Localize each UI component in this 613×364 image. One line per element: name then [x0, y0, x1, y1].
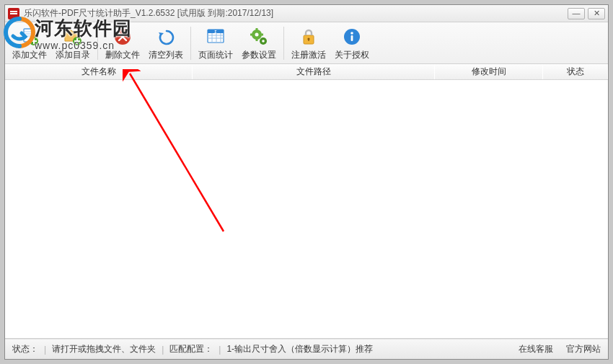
- add-folder-button[interactable]: 添加目录: [51, 24, 94, 63]
- register-label: 注册激活: [291, 49, 326, 61]
- clear-list-button[interactable]: 清空列表: [144, 24, 188, 63]
- statusbar-separator: |: [219, 345, 221, 355]
- table-body[interactable]: [5, 80, 608, 339]
- settings-label: 参数设置: [242, 49, 276, 61]
- toolbar: 添加文件 添加目录 删除文件: [5, 22, 608, 64]
- delete-file-label: 删除文件: [105, 49, 140, 61]
- svg-rect-10: [256, 38, 258, 41]
- svg-point-19: [350, 32, 353, 35]
- statusbar-separator: |: [162, 345, 164, 355]
- svg-rect-20: [351, 35, 353, 41]
- delete-icon: [112, 26, 133, 48]
- app-window: 乐闪软件-PDF尺寸统计助手_V1.2.6532 [试用版 到期:2017/12…: [4, 4, 609, 360]
- file-plus-icon: [19, 26, 40, 48]
- svg-rect-17: [308, 39, 309, 41]
- stats-icon: Σ: [205, 26, 226, 48]
- table-header: 文件名称 文件路径 修改时间 状态: [5, 64, 608, 80]
- svg-rect-9: [256, 28, 258, 31]
- gear-icon: [248, 26, 270, 48]
- column-header-path[interactable]: 文件路径: [193, 64, 435, 79]
- status-hint: 请打开或拖拽文件、文件夹: [52, 343, 156, 355]
- lock-icon: [298, 26, 319, 48]
- statusbar: 状态： | 请打开或拖拽文件、文件夹 | 匹配配置： | 1-输出尺寸舍入（倍数…: [5, 339, 608, 359]
- add-file-button[interactable]: 添加文件: [8, 24, 51, 63]
- folder-plus-icon: [62, 26, 84, 48]
- svg-point-14: [262, 40, 265, 43]
- svg-rect-11: [250, 34, 253, 36]
- column-header-status[interactable]: 状态: [543, 64, 608, 79]
- clear-list-label: 清空列表: [149, 49, 183, 61]
- toolbar-separator: [190, 27, 191, 60]
- close-button[interactable]: ✕: [588, 8, 605, 19]
- register-button[interactable]: 注册激活: [287, 24, 330, 63]
- page-stats-button[interactable]: Σ 页面统计: [194, 24, 237, 63]
- column-header-mtime[interactable]: 修改时间: [435, 64, 543, 79]
- svg-point-8: [255, 33, 259, 37]
- delete-file-button[interactable]: 删除文件: [101, 24, 144, 63]
- add-folder-label: 添加目录: [56, 49, 90, 61]
- settings-button[interactable]: 参数设置: [237, 24, 281, 63]
- titlebar: 乐闪软件-PDF尺寸统计助手_V1.2.6532 [试用版 到期:2017/12…: [5, 5, 608, 22]
- page-stats-label: 页面统计: [198, 49, 233, 61]
- match-value: 1-输出尺寸舍入（倍数显示计算）推荐: [226, 343, 373, 355]
- undo-icon: [155, 26, 177, 48]
- info-icon: [341, 26, 363, 48]
- about-button[interactable]: 关于授权: [330, 24, 374, 63]
- app-icon: [8, 8, 19, 19]
- minimize-button[interactable]: —: [568, 8, 585, 19]
- about-label: 关于授权: [335, 49, 369, 61]
- statusbar-separator: |: [44, 345, 46, 355]
- toolbar-separator: [283, 27, 284, 60]
- add-file-label: 添加文件: [12, 49, 47, 61]
- column-header-name[interactable]: 文件名称: [5, 64, 193, 79]
- svg-rect-12: [260, 34, 263, 36]
- status-label: 状态：: [12, 343, 38, 355]
- online-service-link[interactable]: 在线客服: [519, 343, 553, 355]
- official-site-link[interactable]: 官方网站: [566, 343, 601, 355]
- toolbar-separator: [97, 27, 98, 60]
- window-title: 乐闪软件-PDF尺寸统计助手_V1.2.6532 [试用版 到期:2017/12…: [24, 7, 565, 19]
- match-label: 匹配配置：: [169, 343, 213, 355]
